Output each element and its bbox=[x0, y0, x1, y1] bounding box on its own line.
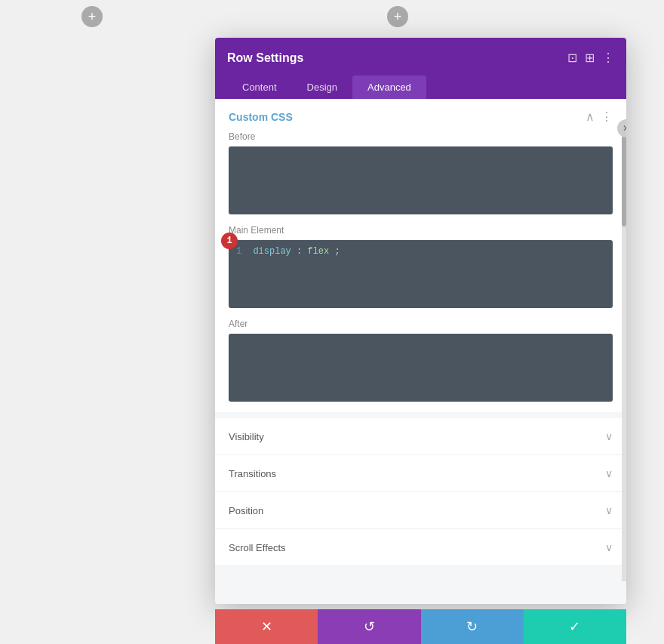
redo-button[interactable]: ↻ bbox=[421, 609, 524, 644]
css-value: flex bbox=[307, 246, 329, 257]
header-icons: ⊡ ⊞ ⋮ bbox=[567, 52, 614, 64]
plus-icon: + bbox=[394, 9, 402, 25]
scroll-effects-chevron: ∨ bbox=[605, 541, 613, 553]
row-settings-modal: Row Settings ⊡ ⊞ ⋮ Content Design Advanc… bbox=[215, 38, 626, 604]
fullscreen-icon[interactable]: ⊡ bbox=[567, 52, 577, 64]
collapse-icon[interactable]: ∧ bbox=[586, 109, 595, 124]
tabs: Content Design Advanced bbox=[227, 75, 614, 99]
custom-css-title: Custom CSS bbox=[229, 111, 293, 123]
after-label: After bbox=[229, 319, 613, 329]
columns-icon[interactable]: ⊞ bbox=[585, 52, 595, 64]
after-field: After bbox=[215, 319, 626, 412]
scroll-effects-row[interactable]: Scroll Effects ∨ bbox=[215, 529, 626, 566]
bottom-toolbar: ✕ ↺ ↻ ✓ bbox=[215, 609, 626, 644]
section-divider-1 bbox=[215, 412, 626, 418]
save-icon: ✓ bbox=[569, 618, 580, 635]
before-label: Before bbox=[229, 131, 613, 142]
position-chevron: ∨ bbox=[605, 504, 613, 516]
tab-advanced[interactable]: Advanced bbox=[352, 75, 426, 99]
css-property: display bbox=[253, 246, 290, 257]
save-button[interactable]: ✓ bbox=[524, 609, 626, 644]
transitions-chevron: ∨ bbox=[605, 467, 613, 479]
modal-header: Row Settings ⊡ ⊞ ⋮ Content Design Advanc… bbox=[215, 38, 626, 99]
line-badge: 1 bbox=[221, 233, 238, 249]
scroll-track bbox=[622, 136, 626, 581]
code-line: 1 display : flex ; bbox=[236, 246, 605, 257]
before-field: Before bbox=[215, 131, 626, 225]
tab-design[interactable]: Design bbox=[292, 75, 352, 99]
main-element-label: Main Element bbox=[229, 225, 613, 236]
plus-icon: + bbox=[88, 9, 97, 25]
redo-icon: ↻ bbox=[466, 618, 478, 635]
visibility-label: Visibility bbox=[229, 431, 264, 442]
scroll-effects-label: Scroll Effects bbox=[229, 542, 286, 553]
css-semi: ; bbox=[334, 246, 340, 257]
visibility-chevron: ∨ bbox=[605, 430, 613, 442]
scroll-thumb[interactable] bbox=[622, 136, 626, 226]
before-editor[interactable] bbox=[229, 146, 613, 214]
cancel-button[interactable]: ✕ bbox=[215, 609, 318, 644]
main-element-wrapper: 1 1 display : flex ; bbox=[229, 240, 613, 308]
more-icon[interactable]: ⋮ bbox=[602, 52, 614, 64]
bottom-spacer bbox=[215, 566, 626, 604]
visibility-row[interactable]: Visibility ∨ bbox=[215, 418, 626, 455]
section-header-icons: ∧ ⋮ bbox=[586, 109, 613, 124]
section-header-custom-css: Custom CSS ∧ ⋮ bbox=[215, 99, 626, 131]
transitions-row[interactable]: Transitions ∨ bbox=[215, 455, 626, 492]
transitions-label: Transitions bbox=[229, 468, 276, 479]
undo-button[interactable]: ↺ bbox=[318, 609, 420, 644]
main-element-field: Main Element 1 1 display : flex ; bbox=[215, 225, 626, 319]
cancel-icon: ✕ bbox=[261, 618, 272, 635]
undo-icon: ↺ bbox=[364, 618, 375, 635]
position-row[interactable]: Position ∨ bbox=[215, 492, 626, 529]
custom-css-section: Custom CSS ∧ ⋮ Before Main Element 1 bbox=[215, 99, 626, 412]
main-element-editor[interactable]: 1 1 display : flex ; bbox=[229, 240, 613, 308]
tab-content[interactable]: Content bbox=[227, 75, 292, 99]
add-button-top-left[interactable]: + bbox=[81, 6, 103, 27]
modal-title: Row Settings bbox=[227, 51, 303, 65]
css-colon: : bbox=[297, 246, 307, 257]
line-number: 1 bbox=[236, 246, 241, 257]
header-top: Row Settings ⊡ ⊞ ⋮ bbox=[227, 51, 614, 65]
position-label: Position bbox=[229, 505, 263, 516]
section-more-icon[interactable]: ⋮ bbox=[601, 109, 613, 124]
after-editor[interactable] bbox=[229, 334, 613, 402]
add-button-top-center[interactable]: + bbox=[387, 6, 408, 27]
modal-body: Custom CSS ∧ ⋮ Before Main Element 1 bbox=[215, 99, 626, 604]
